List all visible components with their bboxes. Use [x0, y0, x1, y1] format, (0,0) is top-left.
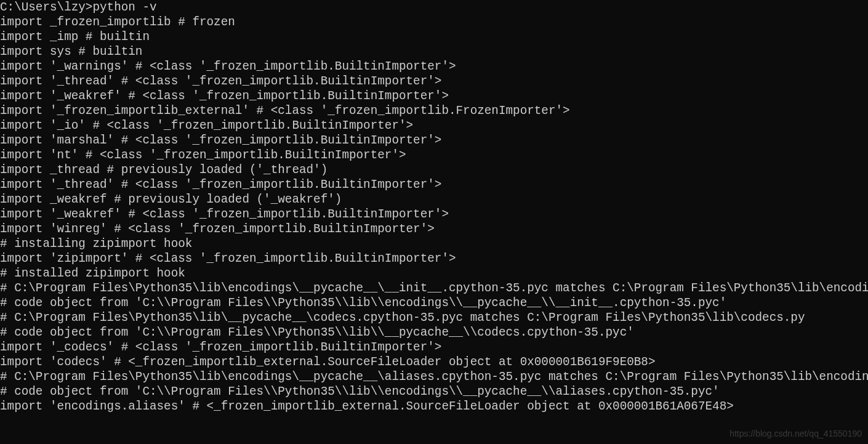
terminal-line: import '_thread' # <class '_frozen_impor…	[0, 74, 868, 89]
terminal-line: import _imp # builtin	[0, 30, 868, 44]
terminal-line: # C:\Program Files\Python35\lib\__pycach…	[0, 310, 868, 325]
terminal-line: import _frozen_importlib # frozen	[0, 15, 868, 30]
terminal-line: import 'codecs' # <_frozen_importlib_ext…	[0, 355, 868, 369]
terminal-line: # installing zipimport hook	[0, 236, 868, 251]
terminal-line: import 'zipimport' # <class '_frozen_imp…	[0, 251, 868, 266]
terminal-line: import '_codecs' # <class '_frozen_impor…	[0, 340, 868, 355]
terminal-line: import '_weakref' # <class '_frozen_impo…	[0, 207, 868, 222]
terminal-line: import '_weakref' # <class '_frozen_impo…	[0, 89, 868, 103]
terminal-line: import 'nt' # <class '_frozen_importlib.…	[0, 148, 868, 163]
watermark-text: https://blog.csdn.net/qq_41550190	[729, 426, 862, 441]
terminal-line: # C:\Program Files\Python35\lib\encoding…	[0, 281, 868, 296]
terminal-output[interactable]: C:\Users\lzy>python -vimport _frozen_imp…	[0, 0, 868, 414]
terminal-line: # C:\Program Files\Python35\lib\encoding…	[0, 369, 868, 384]
terminal-line: # code object from 'C:\\Program Files\\P…	[0, 325, 868, 340]
terminal-line: import '_io' # <class '_frozen_importlib…	[0, 118, 868, 133]
terminal-line: import 'marshal' # <class '_frozen_impor…	[0, 133, 868, 148]
terminal-line: import '_warnings' # <class '_frozen_imp…	[0, 59, 868, 74]
terminal-line: import '_thread' # <class '_frozen_impor…	[0, 177, 868, 192]
terminal-line: import 'encodings.aliases' # <_frozen_im…	[0, 399, 868, 414]
terminal-line: # code object from 'C:\\Program Files\\P…	[0, 296, 868, 310]
terminal-line: import 'winreg' # <class '_frozen_import…	[0, 222, 868, 236]
terminal-line: import sys # builtin	[0, 44, 868, 59]
terminal-line: # installed zipimport hook	[0, 266, 868, 281]
terminal-line: C:\Users\lzy>python -v	[0, 0, 868, 15]
terminal-line: import _weakref # previously loaded ('_w…	[0, 192, 868, 207]
terminal-line: # code object from 'C:\\Program Files\\P…	[0, 384, 868, 399]
terminal-line: import '_frozen_importlib_external' # <c…	[0, 103, 868, 118]
terminal-line: import _thread # previously loaded ('_th…	[0, 163, 868, 177]
